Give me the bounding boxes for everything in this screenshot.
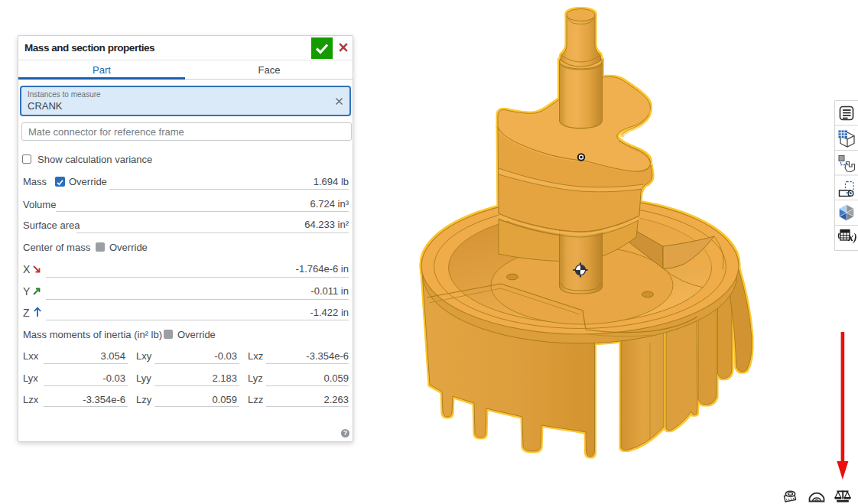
svg-text:x): x) bbox=[847, 232, 857, 244]
